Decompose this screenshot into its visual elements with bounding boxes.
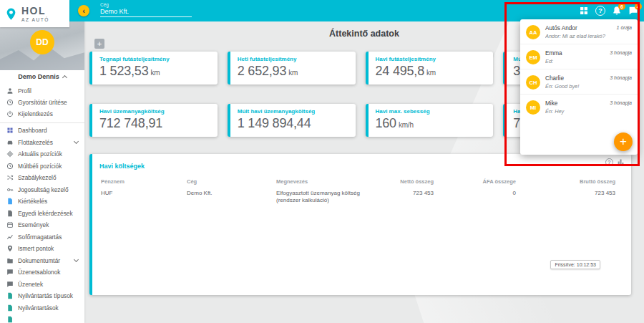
message-list-item[interactable]: AA Autós Andor Andor: Mi az elad lerakó?… [520, 19, 638, 44]
avatar: MI [526, 100, 540, 115]
sidebar-item-uzenetek[interactable]: Üzenetek [0, 279, 84, 291]
cell-vat: 0 [434, 190, 516, 205]
logo-line1: HOL [21, 6, 49, 16]
sidebar-item-dokumentumtar[interactable]: Dokumentumtár [0, 255, 84, 267]
sidebar-item-profil[interactable]: Profil [0, 85, 84, 97]
message-time: 3 hónapja [610, 75, 632, 90]
table-row[interactable]: HUF Demo Kft. Elfogyasztott üzemanyag kö… [99, 190, 624, 205]
stat-unit: km [288, 69, 298, 77]
sidebar-item-kiertekeles[interactable]: Kiértékelés [0, 196, 84, 208]
stat-card-havi-uzemanyag: Havi üzemanyagköltség 712 748,91 [89, 104, 218, 137]
table-title: Havi költségek [99, 163, 145, 170]
message-list-item[interactable]: CH Charlie Én: Good bye! 3 hónapja [520, 69, 638, 95]
table-help-icon[interactable]: ? [605, 158, 613, 166]
col-header: ÁFA összege [434, 178, 516, 185]
sidebar-divider [0, 122, 84, 123]
sidebar-item-jogosultsag-kezelo[interactable]: Jogosultság kezelő [0, 184, 84, 196]
avatar: AA [526, 25, 540, 39]
avatar: EM [526, 50, 540, 64]
message-preview: Én: Hey [545, 108, 605, 115]
message-list-item[interactable]: EM Emma Ed: 3 hónapja [520, 44, 638, 69]
col-header: Nettó összeg [384, 178, 434, 185]
message-sender: Autós Andor [545, 25, 612, 32]
logo-line2: AZ AUTÓ [21, 17, 49, 22]
message-sender: Charlie [545, 75, 605, 82]
chat-icon [6, 269, 14, 276]
message-time: 3 hónapja [610, 50, 632, 64]
stat-value: 2 652,93 [238, 64, 286, 78]
messages-panel: AA Autós Andor Andor: Mi az elad lerakó?… [520, 19, 638, 155]
message-preview: Én: Good bye! [545, 83, 605, 90]
apps-grid-icon[interactable] [579, 6, 589, 16]
sidebar-item-uzenetsablonok[interactable]: Üzenetsablonok [0, 266, 84, 279]
monthly-costs-card: Havi költségek ? Pénznem Cég Megnevezés … [89, 154, 631, 295]
add-widget-button[interactable]: + [94, 39, 104, 49]
col-header: Megnevezés [276, 178, 384, 185]
col-header: Pénznem [101, 178, 187, 185]
chat-badge: 4 [635, 3, 642, 10]
sidebar-item-kijelentkezes[interactable]: Kijelentkezés [0, 108, 84, 120]
sidebar-item-dashboard[interactable]: Dashboard [0, 125, 84, 137]
table-chart-icon[interactable] [617, 158, 625, 166]
avatar: CH [526, 75, 540, 90]
bell-badge: 6 [618, 3, 625, 10]
message-time: 3 hónapja [610, 100, 632, 115]
sidebar-item-nyilvantartas-tipusok[interactable]: Nyilvántartás típusok [0, 290, 84, 302]
history-icon [6, 99, 14, 106]
car-pin-logo-icon [4, 6, 18, 22]
account-menu: Profil Gyorsítótár ürítése Kijelentkezés [0, 83, 84, 121]
folder-icon [6, 257, 14, 264]
user-avatar[interactable]: DD [30, 30, 54, 54]
report-icon [6, 198, 14, 205]
stat-value: 1 149 894,44 [238, 116, 311, 130]
stat-value: 3 [513, 64, 520, 78]
document-icon [6, 292, 14, 299]
col-header: Bruttó összeg [516, 178, 615, 185]
chart-line-icon [6, 233, 14, 241]
message-time: 1 órája [617, 25, 632, 39]
sidebar-item-szabalykezelo[interactable]: Szabálykezelő [0, 172, 84, 184]
sidebar-item-partial[interactable] [0, 314, 84, 323]
message-sender: Emma [545, 50, 605, 57]
cell-currency: HUF [101, 190, 187, 205]
sidebar-item-nyilvantartasok[interactable]: Nyilvántartások [0, 302, 84, 314]
crosshair-icon [6, 150, 14, 158]
company-label: Cég [100, 2, 192, 7]
app-logo: HOL AZ AUTÓ [0, 0, 69, 27]
sidebar-item-esemenyek[interactable]: Események [0, 219, 84, 231]
new-message-fab[interactable]: + [614, 132, 633, 151]
sidebar-item-soformagatartas[interactable]: Sofőrmagatartás [0, 231, 84, 244]
company-selector[interactable]: Cég Demo Kft. [100, 2, 192, 17]
stat-card-havi-futas: Havi futásteljesítmény 24 495,8km [366, 52, 494, 85]
stat-card-havi-max-sebesseg: Havi max. sebesség 160km/h [366, 104, 494, 137]
stat-unit: km/h [399, 121, 414, 129]
sidebar-item-gyorsitotar[interactable]: Gyorsítótár ürítése [0, 97, 84, 108]
company-value: Demo Kft. [100, 8, 192, 15]
message-list-item[interactable]: MI Mike Én: Hey 3 hónapja [520, 95, 638, 119]
sidebar-item-multbeli-poziciok[interactable]: Múltbéli pozíciók [0, 160, 84, 173]
chevron-down-icon [74, 257, 79, 262]
sidebar: DD Demo Dennis Profil Gyorsítótár ürítés… [0, 21, 84, 323]
cell-net: 723 453 [384, 190, 434, 205]
messages-button[interactable]: 4 [628, 6, 638, 16]
message-preview: Ed: [545, 58, 605, 64]
refreshed-badge: Frissítve: 10:12:53 [550, 260, 600, 269]
cell-company: Demo Kft. [187, 190, 276, 205]
document-icon [6, 316, 14, 323]
table-header-row: Pénznem Cég Megnevezés Nettó összeg ÁFA … [99, 178, 624, 185]
help-icon[interactable]: ? [595, 6, 605, 16]
stat-value: 7 [513, 116, 520, 130]
person-icon [6, 87, 14, 95]
map-pin-icon [6, 245, 14, 252]
sidebar-item-aktualis-poziciok[interactable]: Aktuális pozíciók [0, 148, 84, 160]
notifications-bell-button[interactable]: 6 [612, 6, 622, 16]
user-menu-toggle[interactable]: Demo Dennis [0, 70, 84, 83]
sidebar-item-ismert-pontok[interactable]: Ismert pontok [0, 243, 84, 255]
sidebar-collapse-button[interactable]: ‹ [78, 5, 89, 16]
history-icon [6, 163, 14, 170]
sidebar-item-egyedi-lekerdezesek[interactable]: Egyedi lekérdezések [0, 208, 84, 220]
sidebar-item-flottakezeles[interactable]: Flottakezelés [0, 137, 84, 149]
message-preview: Andor: Mi az elad lerakó? [545, 33, 612, 39]
document-icon [6, 304, 14, 312]
stat-card-mult-havi-uzemanyag: Múlt havi üzemanyagköltség 1 149 894,44 [228, 104, 356, 137]
